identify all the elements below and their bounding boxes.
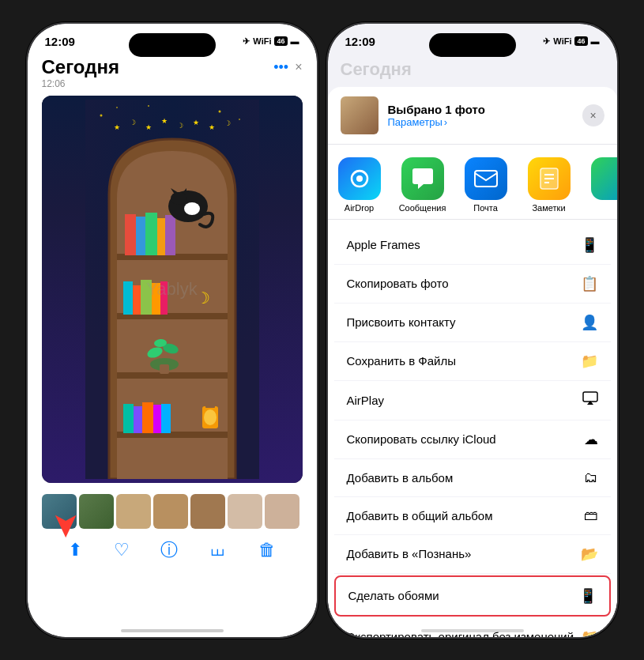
- left-phone: 12:09 ✈ WiFi 46 ▬ Сегодня 12:06 •••: [26, 22, 318, 639]
- bookshelf-svg: ★ ☽ ★ ★ ☽ ★ ★ ☽: [85, 100, 259, 479]
- svg-rect-15: [125, 214, 136, 255]
- share-header: Выбрано 1 фото Параметры › ×: [328, 87, 617, 145]
- app-mail[interactable]: Почта: [454, 157, 518, 213]
- svg-point-4: [239, 119, 240, 120]
- copy-icloud-icon: ☁: [584, 431, 598, 448]
- menu-add-album[interactable]: Добавить в альбом 🗂: [334, 459, 611, 497]
- right-airplane-icon: ✈: [543, 36, 550, 47]
- svg-text:☽: ☽: [130, 119, 136, 126]
- svg-rect-19: [165, 215, 175, 255]
- notes-icon: [528, 157, 571, 200]
- share-sheet: Выбрано 1 фото Параметры › ×: [328, 87, 617, 632]
- app-extra[interactable]: [581, 157, 617, 213]
- add-poznan-icon: 📂: [581, 545, 598, 563]
- app-icons-row: AirDrop Сообщения: [328, 145, 617, 220]
- airplane-icon: ✈: [243, 36, 250, 47]
- airplay-label: AirPlay: [347, 394, 385, 407]
- menu-copy-icloud[interactable]: Скопировать ссылку iCloud ☁: [334, 421, 611, 459]
- airplay-icon: [582, 391, 598, 409]
- svg-text:☽: ☽: [224, 119, 231, 127]
- menu-apple-frames[interactable]: Apple Frames 📱: [334, 226, 611, 265]
- svg-rect-32: [117, 372, 228, 379]
- apple-frames-label: Apple Frames: [347, 238, 420, 251]
- svg-rect-41: [142, 402, 153, 433]
- bookshelf-background: ★ ☽ ★ ★ ☽ ★ ★ ☽: [42, 96, 303, 483]
- close-icon[interactable]: ×: [295, 60, 302, 74]
- add-album-icon: 🗂: [584, 470, 598, 486]
- right-status-icons: ✈ WiFi 46 ▬: [543, 36, 599, 47]
- menu-airplay[interactable]: AirPlay: [334, 381, 611, 421]
- more-options-icon[interactable]: •••: [273, 59, 288, 76]
- notes-label: Заметки: [532, 203, 565, 213]
- left-phone-screen: 12:09 ✈ WiFi 46 ▬ Сегодня 12:06 •••: [28, 24, 317, 637]
- lte-badge: 46: [274, 36, 287, 46]
- copy-icloud-label: Скопировать ссылку iCloud: [347, 432, 496, 446]
- share-close-button[interactable]: ×: [582, 104, 604, 126]
- share-thumbnail: [341, 96, 378, 134]
- menu-save-files[interactable]: Сохранить в Файлы 📁: [334, 342, 611, 381]
- trash-button[interactable]: 🗑: [258, 540, 276, 560]
- add-shared-album-icon: 🗃: [584, 507, 598, 524]
- thumb-5[interactable]: [190, 494, 225, 529]
- sliders-button[interactable]: ⧢: [209, 540, 227, 560]
- svg-rect-54: [583, 392, 597, 402]
- left-screen-content: Сегодня 12:06 ••• ×: [28, 53, 317, 568]
- svg-text:★: ★: [145, 123, 152, 131]
- thumb-6[interactable]: [228, 494, 262, 529]
- mail-icon: [465, 157, 507, 200]
- svg-rect-26: [123, 281, 133, 315]
- svg-rect-49: [475, 171, 497, 187]
- right-phone: 12:09 ✈ WiFi 46 ▬ Сегодня Выбрано 1 фото: [326, 22, 619, 639]
- menu-copy-photo[interactable]: Скопировать фото 📋: [334, 265, 611, 304]
- thumb-7[interactable]: [265, 494, 299, 529]
- svg-point-3: [218, 110, 220, 112]
- menu-add-poznan[interactable]: Добавить в «Познань» 📂: [334, 535, 611, 574]
- params-label: Параметры: [388, 116, 443, 128]
- params-arrow: ›: [444, 116, 447, 128]
- menu-add-shared-album[interactable]: Добавить в общий альбом 🗃: [334, 497, 611, 535]
- arrow-indicator: ➤: [53, 506, 81, 545]
- apple-frames-icon: 📱: [581, 236, 598, 254]
- info-button[interactable]: ⓘ: [160, 538, 178, 562]
- menu-export-original[interactable]: Экспортировать оригинал без изменений 📁: [334, 618, 611, 637]
- svg-rect-16: [136, 217, 145, 255]
- battery-icon: ▬: [291, 36, 299, 46]
- svg-point-24: [184, 202, 200, 215]
- svg-rect-42: [153, 405, 161, 433]
- assign-contact-label: Присвоить контакту: [347, 315, 456, 329]
- blurred-title: Сегодня: [328, 53, 617, 86]
- home-indicator: [121, 629, 224, 632]
- menu-set-wallpaper[interactable]: Сделать обоями 📱: [334, 575, 611, 617]
- assign-contact-icon: 👤: [581, 314, 598, 331]
- svg-rect-40: [134, 406, 142, 433]
- svg-rect-34: [160, 364, 169, 374]
- svg-text:★: ★: [209, 123, 215, 131]
- photos-header: Сегодня 12:06 ••• ×: [37, 53, 307, 91]
- svg-text:☽: ☽: [196, 289, 210, 307]
- mail-label: Почта: [473, 203, 498, 213]
- thumb-4[interactable]: [153, 494, 188, 529]
- thumb-3[interactable]: [116, 494, 151, 529]
- svg-rect-28: [141, 280, 152, 315]
- right-dynamic-island: [429, 33, 516, 57]
- right-wifi-icon: WiFi: [553, 36, 571, 46]
- menu-list: Apple Frames 📱 Скопировать фото 📋 Присво…: [334, 226, 611, 637]
- header-actions: ••• ×: [273, 59, 302, 76]
- save-files-icon: 📁: [581, 353, 598, 370]
- app-messages[interactable]: Сообщения: [391, 157, 454, 213]
- svg-point-2: [116, 107, 118, 108]
- svg-point-46: [204, 409, 217, 425]
- app-notes[interactable]: Заметки: [518, 157, 581, 213]
- menu-assign-contact[interactable]: Присвоить контакту 👤: [334, 304, 611, 342]
- bottom-toolbar: ⬆ ♡ ⓘ ⧢ 🗑 ➤: [37, 532, 307, 568]
- page-title: Сегодня: [42, 56, 119, 78]
- svg-rect-17: [145, 213, 157, 255]
- close-label: ×: [589, 109, 596, 122]
- add-poznan-label: Добавить в «Познань»: [347, 547, 472, 560]
- app-airdrop[interactable]: AirDrop: [328, 157, 391, 213]
- heart-button[interactable]: ♡: [114, 540, 130, 560]
- left-status-icons: ✈ WiFi 46 ▬: [243, 36, 299, 47]
- right-battery-icon: ▬: [591, 36, 600, 46]
- messages-svg: [411, 168, 435, 190]
- params-button[interactable]: Параметры ›: [388, 116, 448, 128]
